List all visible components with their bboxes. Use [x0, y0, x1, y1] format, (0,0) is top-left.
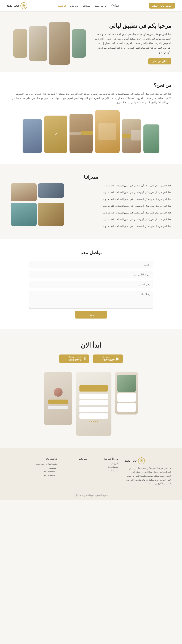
- contact-submit-button[interactable]: ارسال: [75, 311, 107, 318]
- footer: ليالي - واوها هذا النص هو مثال نص يمكن أ…: [0, 448, 182, 500]
- app-row-2: [79, 400, 108, 406]
- feature-item-2: هذا النص هو مثال نص يمكن أن يستبدل في نف…: [71, 190, 171, 195]
- feature-item-3: هذا النص هو مثال نص يمكن أن يستبدل في نف…: [71, 197, 171, 202]
- message-input[interactable]: [29, 291, 153, 308]
- navbar-item-features[interactable]: مميزاتنا: [83, 4, 91, 7]
- hero-section: مرحبا بكم في تطبيق ليالي هذا النص هو مثا…: [0, 12, 182, 72]
- app-screenshot-inner-1: [115, 372, 138, 414]
- mini-card-2: [117, 403, 136, 412]
- start-section: ابدأ الان ▶ Get it on Play Store  Downl…: [0, 329, 182, 448]
- mini-card-1: [117, 393, 136, 402]
- footer-contact-info: تواصل معنا مكتب: شارع احمد عليه، السعودي…: [11, 457, 57, 486]
- phone-screen-4: [13, 29, 27, 58]
- footer-quick-links-title: روابط سريعة: [95, 457, 118, 460]
- screenshot-inner-5: ✓: [44, 116, 67, 153]
- footer-brand-description: هذا النص هو مثال نص يمكن أن يستبدل في نف…: [125, 466, 171, 486]
- phone-mockup-2: [49, 22, 70, 65]
- feature-item-6: هذا النص هو مثال نص يمكن أن يستبدل في نف…: [71, 217, 171, 222]
- screenshot-inner-2: [122, 119, 141, 153]
- feature-item-4: هذا النص هو مثال نص يمكن أن يستبدل في نف…: [71, 204, 171, 208]
- email-input[interactable]: [29, 271, 153, 278]
- app-screenshot-inner-3: [44, 372, 72, 425]
- hero-description: هذا النص هو مثال نص يمكن أن يستبدل في نف…: [94, 32, 171, 54]
- footer-quick-links: روابط سريعة الرئيسية تواصل معنا مميزاتنا: [95, 457, 118, 486]
- navbar-item-home[interactable]: الرئيسية: [57, 4, 66, 7]
- footer-link-contact[interactable]: تواصل معنا: [95, 466, 118, 468]
- contact-form: ارسال: [29, 261, 153, 318]
- contact-title: تواصل معنا: [11, 250, 171, 256]
- app-store-small-text: Download on the: [69, 356, 82, 358]
- phone-screen-hotel: [49, 22, 70, 65]
- app-send-btn: [79, 385, 108, 392]
- navbar-item-start[interactable]: ابدأ الآن: [111, 4, 119, 7]
- screenshot-2: [122, 119, 141, 153]
- app-row-4: [79, 414, 108, 418]
- app-screenshot-3: [44, 372, 72, 425]
- mini-map: [117, 374, 136, 392]
- navbar-links: ابدأ الآن تواصل معنا مميزاتنا من نحن الر…: [57, 4, 119, 7]
- apple-icon: : [84, 356, 86, 361]
- feature-img-4: [11, 202, 37, 226]
- footer-top: ليالي - واوها هذا النص هو مثال نص يمكن أ…: [11, 457, 171, 486]
- footer-link-home[interactable]: الرئيسية: [95, 462, 118, 465]
- who-description: هذا النص هو مثال نص يمكن أن يستبدل في نف…: [11, 92, 171, 105]
- login-cta-button[interactable]: تسجيل دخول الملاك: [149, 3, 175, 8]
- screenshot-6: [22, 119, 42, 153]
- app-screenshots: ★★★★☆: [11, 372, 171, 436]
- footer-contact-address: مكتب: شارع احمد عليه، السعودية، 01468990…: [11, 462, 57, 478]
- who-section: من نحن؟ هذا النص هو مثال نص يمكن أن يستب…: [0, 72, 182, 164]
- features-content: هذا النص هو مثال نص يمكن أن يستبدل في نف…: [11, 184, 171, 228]
- footer-about-title: من نحن: [64, 457, 87, 460]
- footer-logo: ليالي - واوها: [125, 457, 171, 464]
- app-screenshot-inner-2: ★★★★☆: [76, 372, 111, 436]
- app-screenshot-1: [115, 372, 138, 414]
- app-store-big-text: App Store: [69, 358, 82, 361]
- start-title: ابدأ الان: [11, 342, 171, 349]
- logo-text: ليالي - واوها: [7, 4, 19, 7]
- feature-item-7: هذا النص هو مثال نص يمكن أن يستبدل في نف…: [71, 224, 171, 228]
- footer-links-list: الرئيسية تواصل معنا مميزاتنا: [95, 462, 118, 472]
- who-title: من نحن؟: [11, 82, 171, 88]
- screenshot-inner-4: [69, 114, 93, 153]
- feature-item-5: هذا النص هو مثال نص يمكن أن يستبدل في نف…: [71, 210, 171, 215]
- logo-icon: [20, 2, 27, 9]
- svg-point-1: [23, 4, 25, 6]
- features-section: مميزاتنا هذا النص هو مثال نص يمكن أن يست…: [0, 164, 182, 239]
- app-profile-row: [48, 406, 68, 409]
- navbar-logo: ليالي - واوها: [7, 2, 27, 9]
- google-play-button[interactable]: ▶ Get it on Play Store: [93, 354, 123, 363]
- name-input[interactable]: [29, 261, 153, 268]
- navbar-item-contact[interactable]: تواصل معنا: [95, 4, 106, 7]
- features-images: [11, 184, 64, 226]
- footer-logo-icon: [138, 457, 145, 464]
- feature-img-2: [11, 184, 37, 201]
- play-store-big-text: Play Store: [103, 358, 115, 361]
- app-store-button[interactable]:  Download on the App Store: [59, 354, 89, 363]
- screenshot-4: [69, 114, 93, 153]
- hero-cta-button[interactable]: اعلن عن عقار: [148, 58, 171, 64]
- store-buttons: ▶ Get it on Play Store  Download on the…: [11, 354, 171, 363]
- screenshot-5: ✓: [44, 116, 67, 153]
- play-store-icon: ▶: [116, 356, 119, 361]
- footer-about-links: من نحن: [64, 457, 87, 486]
- star-rating: ★★★★☆: [89, 420, 99, 422]
- feature-img-inner-1: [38, 184, 64, 198]
- phone-input[interactable]: [29, 281, 153, 288]
- contact-section: تواصل معنا ارسال: [0, 239, 182, 329]
- footer-brand: ليالي - واوها هذا النص هو مثال نص يمكن أ…: [125, 457, 171, 486]
- footer-link-features[interactable]: مميزاتنا: [95, 469, 118, 472]
- who-screenshots: ✓: [11, 110, 171, 153]
- svg-point-3: [141, 460, 142, 461]
- screenshot-inner-3: [95, 110, 120, 153]
- play-store-small-text: Get it on: [103, 356, 115, 358]
- screenshot-inner-6: [22, 119, 42, 153]
- app-row-3: [79, 407, 108, 412]
- footer-copyright: جميع الحقوق محفوظة لمؤسسة ليالي: [11, 491, 171, 496]
- hero-text-content: مرحبا بكم في تطبيق ليالي هذا النص هو مثا…: [94, 22, 171, 64]
- phone-mockup-4: [13, 29, 27, 58]
- footer-logo-text: ليالي - واوها: [125, 460, 137, 462]
- navbar-item-about[interactable]: من نحن: [70, 4, 79, 7]
- feature-img-inner-2: [11, 184, 37, 201]
- app-screenshot-2: ★★★★☆: [76, 372, 111, 436]
- feature-img-1: [38, 184, 64, 198]
